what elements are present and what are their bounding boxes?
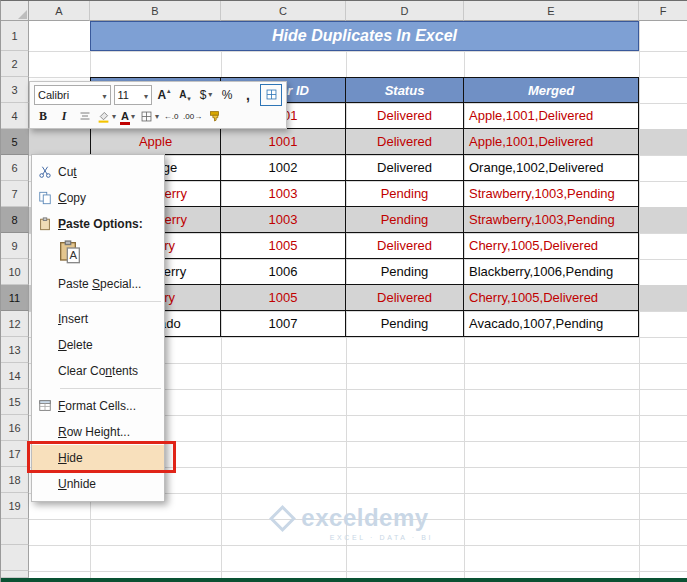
status-cell[interactable]: Delivered	[346, 285, 464, 311]
row-header-20[interactable]	[1, 519, 29, 545]
row-header-12[interactable]: 12	[1, 311, 29, 337]
merged-cell[interactable]: Strawberry,1003,Pending	[464, 207, 639, 233]
menu-item-unhide[interactable]: Unhide	[32, 471, 164, 497]
row-header-18[interactable]: 18	[1, 467, 29, 493]
status-cell[interactable]: Pending	[346, 259, 464, 285]
watermark-tagline: EXCEL · DATA · BI	[330, 534, 433, 541]
menu-item-label: Paste Special...	[58, 277, 141, 291]
column-header-b[interactable]: B	[90, 1, 221, 21]
title-banner[interactable]: Hide Duplicates In Excel	[90, 21, 639, 51]
row-header-11[interactable]: 11	[1, 285, 29, 311]
menu-item-insert[interactable]: Insert	[32, 306, 164, 332]
merged-cell[interactable]: Avacado,1007,Pending	[464, 311, 639, 337]
menu-item-paste-special[interactable]: Paste Special...	[32, 271, 164, 297]
order-id-cell[interactable]: 1005	[221, 233, 346, 259]
menu-separator	[32, 297, 164, 306]
percent-icon: %	[222, 88, 233, 102]
merged-cell[interactable]: Cherry,1005,Delivered	[464, 233, 639, 259]
bold-button[interactable]: B	[34, 107, 52, 125]
column-header-c[interactable]: C	[221, 1, 346, 21]
row-header-4[interactable]: 4	[1, 103, 29, 129]
center-align-button[interactable]	[76, 107, 94, 125]
comma-style-button[interactable]: ,	[239, 86, 257, 104]
increase-font-size-button[interactable]: A	[155, 86, 173, 104]
menu-item-cut[interactable]: Cut	[32, 159, 164, 185]
menu-item-clear-contents[interactable]: Clear Contents	[32, 358, 164, 384]
column-header-f[interactable]: F	[639, 1, 687, 21]
row-header-1[interactable]: 1	[1, 21, 29, 51]
accounting-number-format-button[interactable]: $	[197, 86, 215, 104]
font-size-select[interactable]: 11	[114, 85, 152, 105]
row-header-13[interactable]: 13	[1, 337, 29, 363]
row-header-17[interactable]: 17	[1, 441, 29, 467]
row-header-15[interactable]: 15	[1, 389, 29, 415]
status-cell[interactable]: Pending	[346, 181, 464, 207]
status-cell[interactable]: Delivered	[346, 233, 464, 259]
row-header-5[interactable]: 5	[1, 129, 29, 155]
percent-style-button[interactable]: %	[218, 86, 236, 104]
menu-item-label: Copy	[58, 191, 86, 205]
order-id-cell[interactable]: 1003	[221, 181, 346, 207]
order-id-cell[interactable]: 1003	[221, 207, 346, 233]
order-id-cell[interactable]: 1006	[221, 259, 346, 285]
chevron-down-icon	[101, 89, 107, 101]
order-id-cell[interactable]: 1002	[221, 155, 346, 181]
row-header-10[interactable]: 10	[1, 259, 29, 285]
format-painter-button[interactable]	[205, 107, 223, 125]
decrease-decimal-button[interactable]: .00→	[183, 107, 202, 125]
paste-values-icon[interactable]: A	[58, 240, 82, 268]
italic-button[interactable]: I	[55, 107, 73, 125]
merged-cell[interactable]: Blackberry,1006,Pending	[464, 259, 639, 285]
table-header-merged: Merged	[464, 77, 639, 103]
merged-cell[interactable]: Apple,1001,Delivered	[464, 103, 639, 129]
merged-cell[interactable]: Cherry,1005,Delivered	[464, 285, 639, 311]
column-header-a[interactable]: A	[29, 1, 90, 21]
menu-item-format-cells[interactable]: Format Cells...	[32, 393, 164, 419]
format-as-table-icon[interactable]	[260, 84, 282, 106]
row-header-7[interactable]: 7	[1, 181, 29, 207]
font-name-select[interactable]: Calibri	[34, 85, 111, 105]
borders-button[interactable]	[140, 107, 159, 125]
row-header-14[interactable]: 14	[1, 363, 29, 389]
status-cell[interactable]: Pending	[346, 311, 464, 337]
product-cell[interactable]: Apple	[90, 129, 221, 155]
status-cell[interactable]: Delivered	[346, 155, 464, 181]
row-header-stub	[1, 571, 29, 578]
row-header-2[interactable]: 2	[1, 51, 29, 77]
title-text: Hide Duplicates In Excel	[272, 27, 457, 45]
row-header-21[interactable]	[1, 545, 29, 571]
increase-decimal-button[interactable]: ←.0	[162, 107, 180, 125]
excel-window: Hide Duplicates In Excel exceldemy EXCEL…	[0, 0, 687, 582]
merged-cell[interactable]: Apple,1001,Delivered	[464, 129, 639, 155]
menu-item-copy[interactable]: Copy	[32, 185, 164, 211]
fill-color-button[interactable]	[97, 107, 116, 125]
row-header-16[interactable]: 16	[1, 415, 29, 441]
row-header-19[interactable]: 19	[1, 493, 29, 519]
column-header-d[interactable]: D	[346, 1, 464, 21]
select-all-corner[interactable]	[1, 1, 29, 21]
menu-item-label: Paste Options:	[58, 217, 143, 231]
merged-cell[interactable]: Strawberry,1003,Pending	[464, 181, 639, 207]
increase-decimal-icon: ←.0	[164, 112, 179, 121]
order-id-cell[interactable]: 1007	[221, 311, 346, 337]
decrease-font-size-button[interactable]: A	[176, 86, 194, 104]
status-cell[interactable]: Delivered	[346, 103, 464, 129]
font-color-button[interactable]: A	[119, 107, 137, 125]
order-id-cell[interactable]: 1001	[221, 129, 346, 155]
font-name-value: Calibri	[38, 89, 69, 101]
table-grid-icon	[265, 88, 278, 101]
menu-item-delete[interactable]: Delete	[32, 332, 164, 358]
merged-cell[interactable]: Orange,1002,Delivered	[464, 155, 639, 181]
order-id-cell[interactable]: 1005	[221, 285, 346, 311]
column-header-e[interactable]: E	[464, 1, 639, 21]
copy-icon	[32, 191, 58, 205]
format-cells-icon	[32, 399, 58, 413]
row-header-6[interactable]: 6	[1, 155, 29, 181]
row-header-9[interactable]: 9	[1, 233, 29, 259]
font-color-icon: A	[121, 111, 129, 121]
status-cell[interactable]: Delivered	[346, 129, 464, 155]
row-header-3[interactable]: 3	[1, 77, 29, 103]
row-header-8[interactable]: 8	[1, 207, 29, 233]
status-cell[interactable]: Pending	[346, 207, 464, 233]
mini-toolbar: Calibri 11 A A $ % , B I A	[29, 81, 287, 129]
